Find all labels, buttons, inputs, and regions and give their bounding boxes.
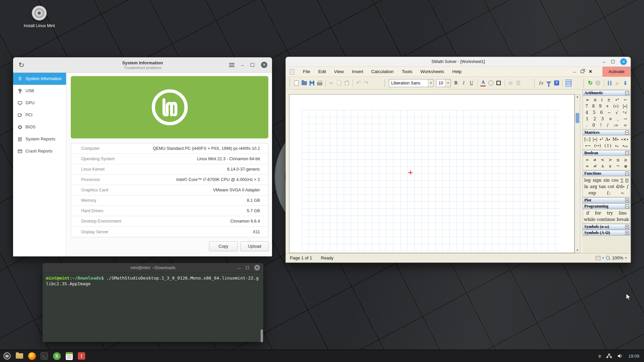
chevron-down-icon[interactable]: ▾ [445,79,450,87]
collapse-icon[interactable]: − [625,91,629,95]
scroll-down-icon[interactable]: ▼ [575,249,580,252]
palette-item[interactable]: [::] [584,137,590,142]
open-file-button[interactable] [302,80,307,86]
panel-header-arithmetic[interactable]: Arithmetic− [583,90,630,96]
collapse-icon[interactable]: − [625,151,629,155]
panel-header-plot[interactable]: Plot+ [583,197,630,203]
palette-item[interactable]: exp [589,190,596,195]
palette-item[interactable]: 8 [592,104,595,109]
vertical-spacing-button[interactable] [516,80,521,86]
palette-item[interactable]: ≉ [593,164,597,169]
palette-item[interactable]: ∞ [586,97,589,102]
palette-item[interactable]: > [608,157,612,162]
sidebar-item-crash-reports[interactable]: Crash Reports [13,145,66,157]
palette-item[interactable]: ∙ₓ [615,143,619,148]
border-button[interactable] [496,80,501,86]
smath-titlebar[interactable]: SMath Solver - [Worksheet1] – ✕ [286,57,631,67]
palette-item[interactable]: sign [593,178,601,183]
palette-item[interactable]: = [624,123,627,128]
palette-item[interactable]: → [624,116,627,121]
palette-item[interactable]: 3 [601,116,604,121]
palette-item[interactable]: {: [606,190,610,195]
print-button[interactable] [317,80,322,86]
panel-header-symbols[interactable]: Symbols (Α-Ω)+ [583,230,630,236]
palette-item[interactable]: (↔) [594,143,601,148]
palette-item[interactable]: 0 [592,123,595,128]
stop-button[interactable]: ✕ [595,80,601,86]
sidebar-item-pci[interactable]: PCI [13,109,66,121]
palette-item[interactable]: ln [584,184,588,189]
expand-icon[interactable]: + [625,198,629,202]
filter-button[interactable] [546,80,551,86]
mdi-minimize-button[interactable]: – [573,70,576,73]
chevron-down-icon[interactable]: ▾ [625,256,627,259]
firefox-launcher[interactable] [27,351,37,361]
palette-item[interactable]: line [619,210,627,216]
clock[interactable]: 19:09 [628,354,639,359]
vertical-scrollbar[interactable]: ▲ ▼ [575,94,580,253]
sidebar-item-gpu[interactable]: GPU [13,97,66,109]
palette-item[interactable]: ∧ [601,164,604,169]
text-editor-launcher[interactable] [64,351,74,361]
page-view-icon[interactable] [596,256,600,260]
palette-item[interactable]: d/d∙ [616,184,625,189]
paste-button[interactable] [344,80,350,86]
palette-item[interactable]: ≤ [616,157,620,162]
save-button[interactable] [309,80,315,86]
keyboard-layout-indicator[interactable]: tr [599,354,601,359]
maximize-button[interactable] [246,266,249,269]
palette-item[interactable]: if [586,210,589,216]
sidebar-item-bios[interactable]: BIOS [13,121,66,133]
copy-button[interactable] [336,80,342,86]
palette-item[interactable]: < [601,157,604,162]
network-icon[interactable] [606,353,612,359]
palette-item[interactable]: ∫ [627,184,629,189]
report-tool-launcher[interactable]: ! [77,351,86,361]
palette-item[interactable]: √ [615,110,618,115]
files-launcher[interactable] [15,351,24,361]
palette-item[interactable]: try [607,210,613,216]
palette-item[interactable]: sin [603,178,609,183]
smath-launcher[interactable]: S [52,351,61,361]
palette-item[interactable]: ∏ [625,178,629,183]
underline-button[interactable]: U [469,80,474,86]
palette-item[interactable]: ∙ˣ [615,97,619,102]
menu-calculation[interactable]: Calculation [367,67,398,76]
undo-button[interactable]: ↶ [356,80,361,86]
worksheet-canvas[interactable] [289,94,575,253]
palette-item[interactable]: ⊕ [624,164,627,169]
palette-item[interactable]: ! [600,123,602,128]
palette-item[interactable]: for [595,210,601,216]
font-family-select[interactable]: Liberation Sans ▾ [389,79,434,87]
menu-tools[interactable]: Tools [398,67,417,76]
horizontal-spacing-button[interactable] [507,80,513,86]
palette-item[interactable]: := [613,123,619,128]
panel-header-symbols[interactable]: Symbols (α-ω)+ [583,224,630,230]
play-button[interactable]: ▶ [615,80,620,86]
palette-item[interactable]: . [586,123,587,128]
close-button[interactable]: ✕ [620,58,627,65]
minimize-button[interactable]: – [238,266,240,269]
palette-item[interactable]: π [594,97,596,102]
font-size-select[interactable]: 10 ▾ [436,79,451,87]
redo-button[interactable]: ↷ [364,80,369,86]
refresh-icon[interactable]: ↻ [18,61,24,69]
palette-item[interactable]: ∨ [608,164,611,169]
terminal-titlebar[interactable]: mint@mint: ~/Downloads – ✕ [43,263,263,273]
collapse-icon[interactable]: − [625,131,629,134]
menu-help[interactable]: Help [448,67,466,76]
palette-item[interactable]: ¬ [616,164,620,169]
menu-edit[interactable]: Edit [314,67,330,76]
font-color-button[interactable]: A [480,80,486,86]
volume-icon[interactable] [617,353,623,359]
palette-item[interactable]: , [617,116,619,121]
palette-item[interactable]: 5 [593,110,596,115]
side-panel-toggle-button[interactable] [566,79,572,87]
panel-header-functions[interactable]: Functions− [583,171,630,176]
palette-item[interactable]: (↕) [604,143,611,148]
chevron-down-icon[interactable]: ▾ [428,79,433,87]
mdi-close-button[interactable]: ✕ [589,69,592,74]
scrollbar-thumb[interactable] [576,113,579,123]
palette-item[interactable]: ∙×∙ [621,137,629,142]
italic-button[interactable]: I [461,80,466,86]
